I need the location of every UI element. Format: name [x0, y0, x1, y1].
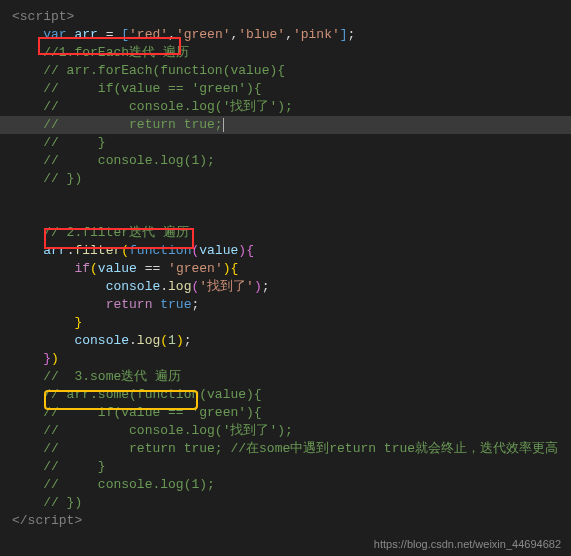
- code-line: return true;: [0, 296, 571, 314]
- code-line: // console.log(1);: [0, 152, 571, 170]
- code-line: [0, 206, 571, 224]
- watermark-text: https://blog.csdn.net/weixin_44694682: [374, 538, 561, 550]
- code-line: //1.forEach迭代 遍历: [0, 44, 571, 62]
- code-line: console.log('找到了');: [0, 278, 571, 296]
- code-line: // console.log('找到了');: [0, 422, 571, 440]
- code-line: // arr.some(function(value){: [0, 386, 571, 404]
- code-line: }): [0, 350, 571, 368]
- code-line: <script>: [0, 8, 571, 26]
- code-line: // }: [0, 134, 571, 152]
- code-line-highlighted: // return true;: [0, 116, 571, 134]
- code-editor[interactable]: <script> var arr = ['red','green','blue'…: [0, 0, 571, 538]
- code-line: arr.filter(function(value){: [0, 242, 571, 260]
- code-line: // }): [0, 170, 571, 188]
- code-line: // return true; //在some中遇到return true就会终…: [0, 440, 571, 458]
- code-line: // }: [0, 458, 571, 476]
- code-line: // 2.filter迭代 遍历: [0, 224, 571, 242]
- code-line: // }): [0, 494, 571, 512]
- code-line: </script>: [0, 512, 571, 530]
- code-line: var arr = ['red','green','blue','pink'];: [0, 26, 571, 44]
- code-line: [0, 188, 571, 206]
- code-line: // console.log(1);: [0, 476, 571, 494]
- code-line: // if(value == 'green'){: [0, 80, 571, 98]
- code-line: // console.log('找到了');: [0, 98, 571, 116]
- code-line: }: [0, 314, 571, 332]
- code-line: // 3.some迭代 遍历: [0, 368, 571, 386]
- code-line: console.log(1);: [0, 332, 571, 350]
- code-line: // arr.forEach(function(value){: [0, 62, 571, 80]
- text-cursor: [223, 118, 224, 132]
- code-line: // if(value == 'green'){: [0, 404, 571, 422]
- code-line: if(value == 'green'){: [0, 260, 571, 278]
